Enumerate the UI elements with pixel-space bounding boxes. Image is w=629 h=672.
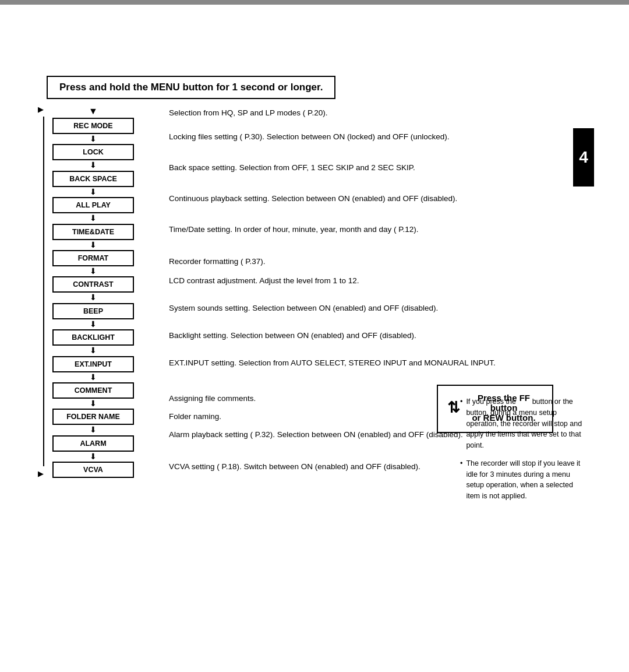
loop-top-arrow: ▶ [38,105,44,114]
down-arrow-5: ⬇ [90,267,97,276]
down-arrow-11: ⬇ [90,425,97,434]
down-arrow-9: ⬇ [90,373,97,382]
bullet-dot-2: • [460,458,462,502]
desc-4: Time/Date setting. In order of hour, min… [169,221,594,252]
menu-chain: ▼▶▶REC MODE⬇LOCK⬇BACK SPACE⬇ALL PLAY⬇TIM… [35,105,157,486]
loop-bottom-arrow: ▶ [38,469,44,478]
header-text: Press and hold the MENU button for 1 sec… [59,82,323,93]
desc-1: Locking files setting ( P.30). Selection… [169,129,594,158]
desc-7: System sounds setting. Selection between… [169,300,594,326]
header-down-arrow: ▼ [89,106,98,117]
desc-3: Continuous playback setting. Selection b… [169,191,594,220]
ff-rew-icon: ⇅ [447,399,460,417]
menu-box-back-space: BACK SPACE [52,171,134,187]
down-arrow-1: ⬇ [90,161,97,170]
menu-box-alarm: ALARM [52,435,134,452]
desc-0: Selection from HQ, SP and LP modes ( P.2… [169,105,594,127]
desc-5: Recorder formatting ( P.37). [169,254,594,271]
menu-box-rec-mode: REC MODE [52,118,134,134]
descriptions-column: Selection from HQ, SP and LP modes ( P.2… [157,105,594,486]
ff-rew-line1: Press the FF button [465,393,543,413]
ff-rew-line2: or REW button. [465,413,543,423]
down-arrow-3: ⬇ [90,214,97,223]
ff-rew-container: ⇅ Press the FF button or REW button. • I… [460,385,588,502]
menu-box-beep: BEEP [52,303,134,319]
down-arrow-10: ⬇ [90,399,97,408]
header-box: Press and hold the MENU button for 1 sec… [47,76,335,99]
ff-rew-box: ⇅ Press the FF button or REW button. [437,385,553,433]
down-arrow-12: ⬇ [90,452,97,461]
menu-inner: ▼▶▶REC MODE⬇LOCK⬇BACK SPACE⬇ALL PLAY⬇TIM… [35,105,134,478]
menu-box-format: FORMAT [52,250,134,266]
down-arrow-2: ⬇ [90,188,97,196]
desc-9: EXT.INPUT setting. Selection from AUTO S… [169,355,594,389]
menu-box-folder-name: FOLDER NAME [52,409,134,425]
menu-box-contrast: CONTRAST [52,276,134,293]
down-arrow-6: ⬇ [90,293,97,302]
menu-box-time-date: TIME&DATE [52,224,134,240]
down-arrow-8: ⬇ [90,346,97,355]
down-arrow-4: ⬇ [90,241,97,249]
down-arrow-0: ⬇ [90,135,97,143]
menu-box-comment: COMMENT [52,382,134,399]
menu-box-all-play: ALL PLAY [52,197,134,213]
menu-box-vcva: VCVA [52,462,134,478]
menu-box-backlight: BACKLIGHT [52,329,134,346]
down-arrow-7: ⬇ [90,320,97,329]
loop-border-line [43,117,44,466]
menu-box-lock: LOCK [52,144,134,160]
desc-2: Back space setting. Selection from OFF, … [169,160,594,189]
top-bar [0,0,629,5]
menu-box-ext.input: EXT.INPUT [52,356,134,372]
page-content: Press and hold the MENU button for 1 sec… [35,12,594,660]
desc-6: LCD contrast adjustment. Adjust the leve… [169,273,594,298]
bullet-note-2: • The recorder will stop if you leave it… [460,458,588,502]
desc-8: Backlight setting. Selection between ON … [169,328,594,353]
